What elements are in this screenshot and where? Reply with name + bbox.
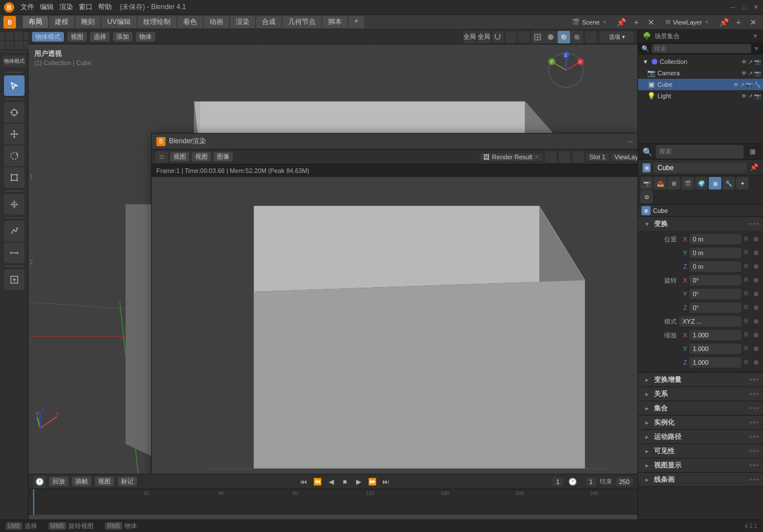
- rotation-x-value[interactable]: 0°: [689, 275, 741, 285]
- outliner-cube-item[interactable]: ▣ Cube 👁 ↗ 📷 🔧: [638, 79, 763, 90]
- camera-select-icon[interactable]: ↗: [748, 70, 753, 76]
- stop-button[interactable]: ■: [339, 476, 350, 487]
- window-minimize-button[interactable]: ─: [729, 3, 737, 11]
- render-toolbar-btn2[interactable]: [559, 151, 570, 163]
- view-layer-del-icon[interactable]: ✕: [747, 16, 760, 29]
- viewport-display-header[interactable]: ▸ 视图显示: [638, 458, 763, 472]
- properties-expand-btn[interactable]: ⊞: [747, 146, 758, 158]
- top-left-icon2[interactable]: [6, 32, 14, 40]
- render-toolbar-btn3[interactable]: [572, 151, 584, 163]
- top-left-icon1[interactable]: [0, 32, 5, 40]
- viewport-display-section-options[interactable]: [749, 464, 758, 466]
- rotation-z-value[interactable]: 0°: [689, 303, 741, 313]
- object-mode-selector[interactable]: 物体模式: [32, 32, 64, 42]
- position-z-value[interactable]: 0 m: [689, 261, 741, 272]
- viewport-object-menu[interactable]: 物体: [136, 32, 155, 42]
- outliner-collection-item[interactable]: ▾ Collection 👁 ↗ 📷: [638, 56, 763, 67]
- prop-tab-scene[interactable]: 🎬: [681, 177, 694, 190]
- motion-paths-section-options[interactable]: [749, 436, 758, 438]
- outliner-light-item[interactable]: 💡 Light 👁 ↗ 📷: [638, 90, 763, 102]
- delete-scene-icon[interactable]: ✕: [645, 16, 657, 29]
- prop-tab-particles[interactable]: ✦: [736, 177, 749, 190]
- timeline-scrollbar[interactable]: [29, 515, 637, 519]
- timeline-ruler-area[interactable]: 20 40 80 120 160 200 240: [29, 489, 637, 519]
- visibility-section-options[interactable]: [749, 450, 758, 452]
- render-menu-view1[interactable]: 视图: [170, 152, 189, 162]
- magnet-icon[interactable]: [492, 31, 503, 43]
- collection-eye-icon[interactable]: 👁: [741, 59, 747, 65]
- jump-end-button[interactable]: ⏭: [380, 476, 391, 487]
- line-art-section-options[interactable]: [749, 478, 758, 481]
- view-layer-selector[interactable]: ⊞ ViewLayer ▼: [662, 17, 713, 27]
- outliner-search-options[interactable]: ▼: [753, 45, 760, 52]
- tab-sculpt[interactable]: 雕刻: [75, 16, 100, 28]
- tab-animation[interactable]: 动画: [204, 16, 229, 28]
- window-maximize-button[interactable]: □: [740, 3, 748, 11]
- scale-x-dot[interactable]: [754, 333, 758, 337]
- render-minimize-button[interactable]: ─: [625, 137, 635, 146]
- instancing-section-options[interactable]: [749, 421, 758, 424]
- rotation-x-copy[interactable]: ⊞: [744, 276, 752, 284]
- collection-render-icon[interactable]: 📷: [754, 59, 761, 65]
- window-menu-edit[interactable]: 编辑: [38, 2, 56, 12]
- viewport-view-menu[interactable]: 视图: [67, 32, 87, 42]
- cursor-tool-button[interactable]: [4, 102, 25, 123]
- tab-scripting[interactable]: 脚本: [322, 16, 348, 28]
- tab-layout[interactable]: 布局: [23, 16, 48, 28]
- outliner-search-input[interactable]: [652, 44, 751, 53]
- rotation-z-copy[interactable]: ⊞: [744, 304, 752, 312]
- end-frame-input[interactable]: 250: [616, 477, 633, 486]
- view-menu[interactable]: 视图: [95, 477, 114, 486]
- keyframes-menu[interactable]: 插帧: [72, 477, 91, 486]
- scale-y-value[interactable]: 1.000: [689, 344, 741, 354]
- rotation-mode-dot[interactable]: [754, 319, 758, 324]
- prop-tab-physics[interactable]: ⚙: [640, 191, 653, 203]
- move-tool-button[interactable]: [4, 124, 25, 144]
- add-object-button[interactable]: [4, 269, 25, 290]
- tab-uv[interactable]: UV编辑: [102, 16, 136, 28]
- scale-z-dot[interactable]: [754, 360, 758, 365]
- rotation-x-dot[interactable]: [754, 278, 758, 283]
- window-menu-help[interactable]: 帮助: [96, 2, 114, 12]
- window-menu-render[interactable]: 渲染: [57, 2, 75, 12]
- position-z-dot[interactable]: [754, 264, 758, 269]
- outliner-filter-btn[interactable]: ▼: [752, 33, 758, 39]
- tab-add[interactable]: +: [349, 16, 364, 28]
- mode-selector[interactable]: 物体模式: [3, 55, 26, 67]
- rotate-tool-button[interactable]: [4, 146, 25, 166]
- scale-x-copy[interactable]: ⊞: [744, 331, 752, 339]
- prev-frame-button[interactable]: ⏪: [312, 476, 323, 487]
- render-toolbar-btn1[interactable]: [545, 151, 556, 163]
- prop-tab-view-layer[interactable]: ⊞: [668, 177, 680, 190]
- rotation-mode-copy[interactable]: ⊞: [744, 317, 752, 325]
- rendered-mode-btn[interactable]: [571, 31, 583, 43]
- solid-mode-btn[interactable]: [544, 31, 557, 43]
- prop-tab-object[interactable]: ▣: [709, 177, 721, 190]
- pin-object-button[interactable]: 📌: [750, 163, 758, 172]
- collections-header[interactable]: ▸ 集合: [638, 401, 763, 415]
- visibility-header[interactable]: ▸ 可见性: [638, 444, 763, 458]
- properties-panel[interactable]: ▾ 变换 位置 X 0 m: [638, 217, 763, 519]
- start-frame-input[interactable]: 1: [586, 477, 596, 486]
- window-close-button[interactable]: ✕: [752, 3, 760, 11]
- properties-search[interactable]: 搜索: [656, 145, 744, 159]
- play-backward-button[interactable]: ◀: [325, 476, 337, 487]
- view-layer-pin-icon[interactable]: 📌: [717, 16, 730, 29]
- wireframe-mode-btn[interactable]: [531, 31, 544, 43]
- scale-x-value[interactable]: 1.000: [689, 330, 741, 340]
- prop-tab-render[interactable]: 📷: [640, 177, 653, 190]
- camera-eye-icon[interactable]: 👁: [741, 70, 747, 76]
- gizmo-toggle[interactable]: [585, 31, 596, 43]
- scene-selector[interactable]: 🎬 Scene ▼: [568, 17, 611, 27]
- relations-section-options[interactable]: [749, 393, 758, 395]
- timeline-scrollbar-handle[interactable]: [29, 515, 637, 519]
- delta-transform-header[interactable]: ▸ 变换增量: [638, 373, 763, 386]
- annotate-tool-button[interactable]: [4, 221, 25, 241]
- navigation-gizmo[interactable]: X Y Z: [546, 50, 586, 90]
- transform-section-options[interactable]: [749, 223, 758, 225]
- rotation-y-value[interactable]: 0°: [689, 289, 741, 299]
- line-art-header[interactable]: ▸ 线条画: [638, 473, 763, 486]
- instancing-header[interactable]: ▸ 实例化: [638, 416, 763, 429]
- viewport-select-menu[interactable]: 选择: [90, 32, 110, 42]
- position-y-dot[interactable]: [754, 251, 758, 255]
